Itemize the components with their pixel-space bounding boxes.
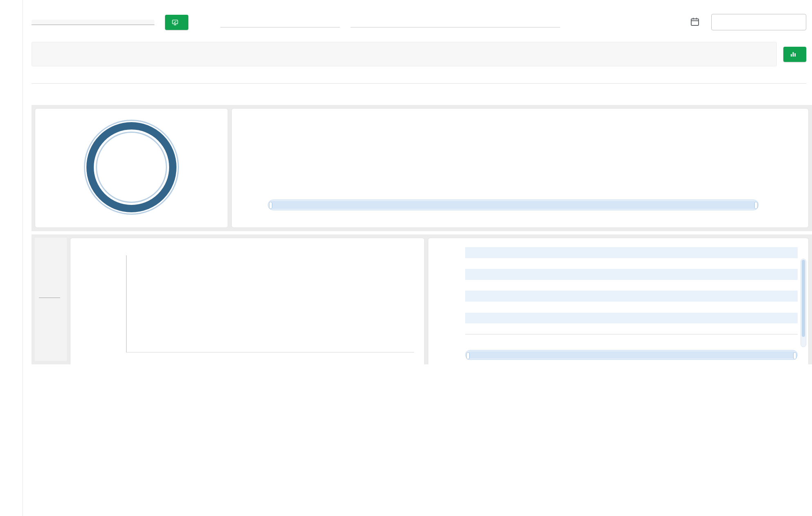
status-donut-chart[interactable] xyxy=(84,120,179,215)
status-charts-section xyxy=(32,105,812,231)
vertical-scrollbar[interactable] xyxy=(801,259,806,347)
calendar-icon xyxy=(690,17,700,27)
brush-handle-left[interactable] xyxy=(466,352,470,359)
brush-selection[interactable] xyxy=(269,201,758,209)
bar-chart-icon xyxy=(790,51,796,57)
times-charts-section xyxy=(32,234,812,364)
tasks-filter[interactable] xyxy=(351,17,560,27)
analyse-button[interactable] xyxy=(783,47,806,62)
box-plot xyxy=(465,247,798,334)
daily-xlabels xyxy=(268,188,759,195)
executions-table xyxy=(32,70,806,84)
boxplot-zoom-brush[interactable] xyxy=(465,350,798,360)
date-range-input[interactable] xyxy=(711,14,806,30)
top-plot xyxy=(126,255,414,352)
table-header xyxy=(32,70,806,84)
status-distribution-card xyxy=(35,108,228,228)
page-title xyxy=(32,0,806,4)
calendar-button[interactable] xyxy=(689,16,701,29)
donut-center-labels xyxy=(84,120,179,215)
show-top-panel xyxy=(35,238,67,361)
pagination xyxy=(32,84,806,102)
sidebar xyxy=(0,0,23,516)
disconnect-icon xyxy=(172,19,179,26)
analysis-types-row xyxy=(32,42,806,66)
daily-plot xyxy=(268,116,759,186)
tac-server-select[interactable] xyxy=(32,20,154,25)
daily-zoom-brush[interactable] xyxy=(268,200,759,210)
brush-handle-left[interactable] xyxy=(269,202,272,209)
date-range-picker[interactable] xyxy=(711,14,806,30)
projects-filter-input[interactable] xyxy=(220,18,340,25)
scrollbar-thumb[interactable] xyxy=(802,260,805,337)
show-top-select[interactable] xyxy=(39,295,60,298)
execution-times-stats-card xyxy=(428,238,809,364)
box-xlabels xyxy=(465,337,798,345)
top-xticks xyxy=(126,354,414,361)
toolbar xyxy=(32,9,806,35)
disconnect-button[interactable] xyxy=(165,15,188,30)
brush-handle-right[interactable] xyxy=(793,352,796,359)
daily-status-card xyxy=(231,108,809,228)
top-average-times-card xyxy=(70,238,425,364)
projects-filter[interactable] xyxy=(220,17,340,27)
brush-handle-right[interactable] xyxy=(754,202,758,209)
tasks-filter-input[interactable] xyxy=(351,18,560,25)
main-content xyxy=(23,0,812,364)
brush-selection[interactable] xyxy=(466,351,796,359)
